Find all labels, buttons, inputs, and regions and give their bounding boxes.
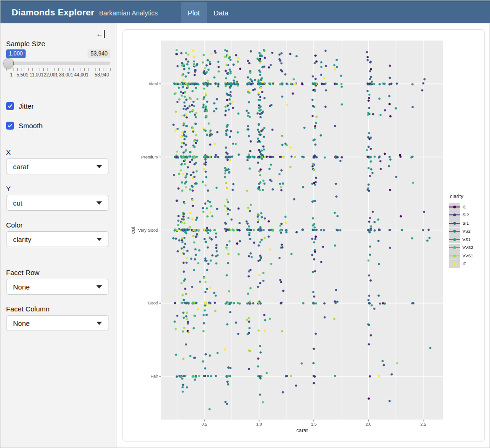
nav-tabs: Plot Data <box>181 2 236 23</box>
legend-key-icon <box>449 235 460 243</box>
sidebar-collapse-button[interactable]: ← <box>96 30 105 38</box>
x-select[interactable]: carat <box>6 159 109 174</box>
legend-item-vvs2: VVS2 <box>449 244 473 252</box>
chevron-down-icon <box>96 238 102 241</box>
legend-key-icon <box>449 227 460 235</box>
legend-item-si1: SI1 <box>449 219 473 227</box>
slider-tick-marks <box>6 68 110 71</box>
brand: Diamonds Explorer Barkamian Analytics <box>0 7 158 18</box>
legend-label: VVS1 <box>463 254 473 258</box>
x-tick-label: 1.5 <box>311 422 317 427</box>
sample-size-label: Sample Size <box>6 40 45 48</box>
chevron-down-icon <box>96 201 102 205</box>
slider-max-badge: 53,940 <box>88 49 110 58</box>
app-subtitle: Barkamian Analytics <box>99 9 158 17</box>
y-select-label: Y <box>6 185 11 193</box>
jitter-checkbox[interactable]: Jitter <box>6 102 34 110</box>
facet-row-select-label: Facet Row <box>6 269 40 276</box>
smooth-label: Smooth <box>19 122 43 130</box>
y-select-value: cut <box>13 199 96 207</box>
slider-grid-label: 11,001 <box>30 72 44 77</box>
color-select-label: Color <box>6 221 23 229</box>
legend-label: VVS2 <box>463 245 473 250</box>
legend-item-vs1: VS1 <box>449 235 473 243</box>
legend-item-si2: SI2 <box>449 211 473 219</box>
y-tick-label: Very Good <box>138 228 158 233</box>
sidebar: ← Sample Size 1,000 53,940 15,50111,0012… <box>0 23 116 448</box>
x-axis-title: carat <box>296 427 307 433</box>
legend-key-icon <box>449 203 460 211</box>
jitter-label: Jitter <box>19 102 34 110</box>
legend-key-icon <box>449 219 460 227</box>
legend-label: VS1 <box>463 237 470 242</box>
smooth-checkbox[interactable]: Smooth <box>6 122 43 130</box>
diamonds-scatter-plot <box>123 30 485 441</box>
checkbox-checked-icon <box>6 102 14 110</box>
legend-items: I1SI2SI1VS2VS1VVS2VVS1IF <box>449 203 473 268</box>
slider-grid-label: 5,501 <box>17 72 28 77</box>
app-window: Diamonds Explorer Barkamian Analytics Pl… <box>0 0 490 448</box>
slider-badges: 1,000 53,940 <box>6 49 110 58</box>
main-content: IdealPremiumVery GoodGoodFair 0.51.01.52… <box>117 23 490 448</box>
tab-plot[interactable]: Plot <box>181 2 207 23</box>
slider-grid-label: 22,001 <box>44 72 58 77</box>
legend-item-if: IF <box>449 260 473 268</box>
checkbox-checked-icon <box>6 122 14 130</box>
x-tick-label: 2.5 <box>420 422 426 427</box>
legend-key-icon <box>449 260 460 268</box>
facet-column-select-value: None <box>13 319 96 327</box>
facet-column-select-label: Facet Column <box>6 305 49 313</box>
legend-label: VS2 <box>463 229 470 234</box>
y-axis-title: cut <box>130 227 136 234</box>
legend-item-vvs1: VVS1 <box>449 252 473 260</box>
clarity-legend: clarity I1SI2SI1VS2VS1VVS2VVS1IF <box>449 193 473 268</box>
legend-key-icon <box>449 244 460 252</box>
facet-row-select-value: None <box>13 283 96 291</box>
color-select-value: clarity <box>13 235 96 243</box>
collapse-left-icon: ← <box>96 30 105 38</box>
facet-column-select[interactable]: None <box>6 315 109 331</box>
y-select[interactable]: cut <box>6 195 109 211</box>
color-select[interactable]: clarity <box>6 231 109 247</box>
legend-label: IF <box>463 262 466 266</box>
chevron-down-icon <box>96 285 102 289</box>
chevron-down-icon <box>96 322 102 325</box>
legend-item-vs2: VS2 <box>449 227 473 235</box>
slider-grid-label: 44,001 <box>74 72 88 77</box>
slider-grid-label: 1 <box>10 72 13 77</box>
slider-grid-labels: 15,50111,00122,00133,00144,00153,940 <box>6 72 111 78</box>
sample-size-slider-handle[interactable] <box>3 58 14 69</box>
y-tick-label: Fair <box>151 374 158 379</box>
sample-size-slider-track[interactable] <box>6 62 110 65</box>
legend-title: clarity <box>450 193 473 199</box>
legend-label: SI2 <box>463 213 469 217</box>
legend-key-icon <box>449 211 460 219</box>
slider-value-badge: 1,000 <box>6 49 26 58</box>
slider-grid-label: 53,940 <box>95 72 109 77</box>
tab-data[interactable]: Data <box>207 2 236 23</box>
y-tick-label: Premium <box>141 155 158 159</box>
chevron-down-icon <box>96 165 102 168</box>
plot-card: IdealPremiumVery GoodGoodFair 0.51.01.52… <box>122 29 485 441</box>
x-tick-label: 1.0 <box>256 422 262 427</box>
y-tick-label: Ideal <box>149 82 158 86</box>
x-tick-label: 2.0 <box>366 422 372 427</box>
navbar: Diamonds Explorer Barkamian Analytics Pl… <box>0 0 490 23</box>
legend-label: SI1 <box>463 221 469 226</box>
slider-grid-label: 33,001 <box>59 72 74 77</box>
legend-key-icon <box>449 252 460 260</box>
x-tick-label: 0.5 <box>202 422 208 427</box>
y-tick-label: Good <box>148 301 158 305</box>
app-title: Diamonds Explorer <box>12 7 95 18</box>
facet-row-select[interactable]: None <box>6 279 109 295</box>
x-select-label: X <box>6 148 11 156</box>
x-select-value: carat <box>13 163 96 171</box>
legend-label: I1 <box>463 205 466 209</box>
legend-item-i1: I1 <box>449 203 473 211</box>
